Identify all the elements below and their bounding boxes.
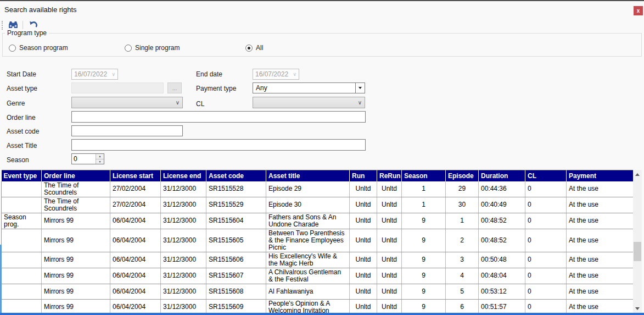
- cell-payment[interactable]: At the use: [567, 181, 634, 197]
- cell-rerun[interactable]: Unltd: [377, 284, 402, 299]
- vertical-scrollbar[interactable]: [633, 170, 642, 313]
- cell-asset_title[interactable]: Fathers and Sons & An Undone Charade: [266, 213, 350, 229]
- radio-single-program[interactable]: Single program: [125, 44, 180, 52]
- cell-asset_title[interactable]: Episode 29: [266, 181, 350, 197]
- cell-asset_code[interactable]: SR1515604: [206, 213, 266, 229]
- asset-type-browse-button[interactable]: ...: [167, 82, 182, 93]
- cell-license_start[interactable]: 06/04/2004: [110, 213, 161, 229]
- cell-asset_code[interactable]: SR1515605: [206, 229, 266, 252]
- cell-payment[interactable]: At the use: [567, 197, 634, 213]
- cell-run[interactable]: Unltd: [350, 299, 377, 313]
- cell-asset_code[interactable]: SR1515529: [206, 197, 266, 213]
- cell-asset_title[interactable]: His Excellency's Wife & the Magic Herb: [266, 252, 350, 268]
- cell-episode[interactable]: 5: [446, 284, 479, 299]
- cell-run[interactable]: Unltd: [350, 268, 377, 284]
- cell-event_type[interactable]: [2, 252, 42, 268]
- cell-rerun[interactable]: Unltd: [377, 252, 402, 268]
- cell-license_start[interactable]: 06/04/2004: [110, 229, 161, 252]
- dropdown-arrow-icon[interactable]: [355, 83, 365, 93]
- cell-run[interactable]: Unltd: [350, 229, 377, 252]
- cell-episode[interactable]: 29: [446, 181, 479, 197]
- cell-episode[interactable]: 30: [446, 197, 479, 213]
- cell-season[interactable]: 9: [402, 299, 446, 313]
- cell-payment[interactable]: At the use: [567, 268, 634, 284]
- asset-type-field[interactable]: [71, 82, 164, 93]
- close-button[interactable]: x: [634, 6, 643, 15]
- table-row[interactable]: Mirrors 9906/04/200431/12/3000SR1515609P…: [2, 299, 634, 313]
- cell-duration[interactable]: 00:48:04: [479, 268, 525, 284]
- toolbar-grip-handle[interactable]: [2, 21, 3, 30]
- cell-event_type[interactable]: [2, 299, 42, 313]
- cell-order_line[interactable]: Mirrors 99: [42, 252, 110, 268]
- cell-asset_code[interactable]: SR1515608: [206, 284, 266, 299]
- payment-type-select[interactable]: Any: [253, 82, 365, 93]
- cell-asset_title[interactable]: Episode 30: [266, 197, 350, 213]
- cell-run[interactable]: Unltd: [350, 181, 377, 197]
- cell-payment[interactable]: At the use: [567, 299, 634, 313]
- cell-order_line[interactable]: Mirrors 99: [42, 213, 110, 229]
- order-line-input[interactable]: [71, 111, 366, 123]
- spin-up-icon[interactable]: ▲: [96, 154, 104, 159]
- cell-event_type[interactable]: [2, 181, 42, 197]
- cell-order_line[interactable]: The Time of Scoundrels: [42, 181, 110, 197]
- cell-event_type[interactable]: [2, 229, 42, 252]
- table-row[interactable]: Season prog.Mirrors 9906/04/200431/12/30…: [2, 213, 634, 229]
- cell-payment[interactable]: At the use: [567, 284, 634, 299]
- cell-rerun[interactable]: Unltd: [377, 197, 402, 213]
- cell-duration[interactable]: 00:50:48: [479, 252, 525, 268]
- cell-event_type[interactable]: [2, 268, 42, 284]
- column-header-duration[interactable]: Duration: [479, 170, 525, 181]
- cell-order_line[interactable]: The Time of Scoundrels: [42, 197, 110, 213]
- cell-asset_code[interactable]: SR1515606: [206, 252, 266, 268]
- cell-payment[interactable]: At the use: [567, 229, 634, 252]
- season-input[interactable]: [72, 154, 96, 164]
- cell-license_start[interactable]: 06/04/2004: [110, 268, 161, 284]
- cell-duration[interactable]: 00:53:12: [479, 284, 525, 299]
- cell-season[interactable]: 1: [402, 181, 446, 197]
- cell-license_start[interactable]: 06/04/2004: [110, 299, 161, 313]
- column-header-asset_code[interactable]: Asset code: [206, 170, 266, 181]
- asset-title-input[interactable]: [71, 139, 366, 151]
- cell-order_line[interactable]: Mirrors 99: [42, 284, 110, 299]
- column-header-license_start[interactable]: License start: [110, 170, 161, 181]
- cell-license_end[interactable]: 31/12/3000: [161, 284, 206, 299]
- scroll-down-button[interactable]: [633, 304, 642, 313]
- cell-event_type[interactable]: [2, 197, 42, 213]
- cell-season[interactable]: 9: [402, 268, 446, 284]
- cell-cl[interactable]: 0: [525, 229, 567, 252]
- cell-rerun[interactable]: Unltd: [377, 268, 402, 284]
- cell-episode[interactable]: 6: [446, 299, 479, 313]
- cell-license_end[interactable]: 31/12/3000: [161, 197, 206, 213]
- cell-season[interactable]: 9: [402, 229, 446, 252]
- cell-license_end[interactable]: 31/12/3000: [161, 213, 206, 229]
- cl-select[interactable]: ∨: [253, 97, 365, 108]
- table-row[interactable]: Mirrors 9906/04/200431/12/3000SR1515605B…: [2, 229, 634, 252]
- cell-episode[interactable]: 1: [446, 213, 479, 229]
- table-row[interactable]: Mirrors 9906/04/200431/12/3000SR1515608A…: [2, 284, 634, 299]
- cell-event_type[interactable]: Season prog.: [2, 213, 42, 229]
- scroll-up-button[interactable]: [633, 170, 642, 179]
- column-header-payment[interactable]: Payment: [567, 170, 634, 181]
- table-row[interactable]: The Time of Scoundrels27/02/200431/12/30…: [2, 197, 634, 213]
- cell-cl[interactable]: 0: [525, 197, 567, 213]
- cell-rerun[interactable]: Unltd: [377, 229, 402, 252]
- table-row[interactable]: Mirrors 9906/04/200431/12/3000SR1515606H…: [2, 252, 634, 268]
- cell-season[interactable]: 9: [402, 284, 446, 299]
- radio-all[interactable]: All: [245, 44, 263, 52]
- cell-run[interactable]: Unltd: [350, 284, 377, 299]
- cell-cl[interactable]: 0: [525, 284, 567, 299]
- column-header-run[interactable]: Run: [350, 170, 377, 181]
- cell-order_line[interactable]: Mirrors 99: [42, 268, 110, 284]
- cell-order_line[interactable]: Mirrors 99: [42, 299, 110, 313]
- cell-cl[interactable]: 0: [525, 181, 567, 197]
- cell-episode[interactable]: 4: [446, 268, 479, 284]
- cell-rerun[interactable]: Unltd: [377, 299, 402, 313]
- column-header-episode[interactable]: Episode: [446, 170, 479, 181]
- column-header-order_line[interactable]: Order line: [42, 170, 110, 181]
- cell-event_type[interactable]: [2, 284, 42, 299]
- cell-license_end[interactable]: 31/12/3000: [161, 252, 206, 268]
- cell-asset_code[interactable]: SR1515528: [206, 181, 266, 197]
- cell-run[interactable]: Unltd: [350, 252, 377, 268]
- cell-license_end[interactable]: 31/12/3000: [161, 229, 206, 252]
- cell-license_start[interactable]: 27/02/2004: [110, 181, 161, 197]
